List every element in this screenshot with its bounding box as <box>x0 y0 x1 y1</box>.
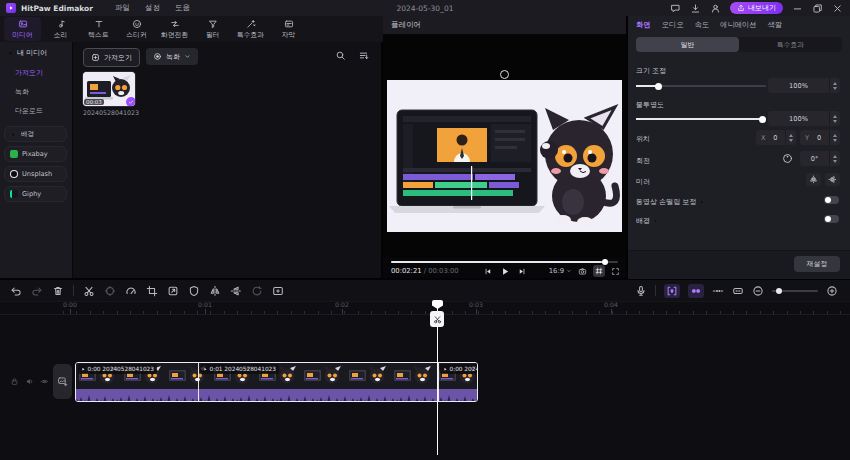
scissors-icon <box>433 315 442 324</box>
rotation-stepper[interactable] <box>829 151 840 166</box>
minimize-button[interactable] <box>792 3 803 14</box>
sidebar-item-unsplash[interactable]: Unsplash <box>4 166 67 182</box>
undo-icon[interactable] <box>10 285 22 297</box>
download-icon[interactable] <box>690 3 701 14</box>
opacity-stepper[interactable] <box>829 111 840 126</box>
search-icon[interactable] <box>335 50 346 61</box>
hide-track-icon[interactable] <box>40 377 49 386</box>
playback-progress-bar[interactable] <box>391 261 618 263</box>
tab-color[interactable]: 색깔 <box>768 20 783 30</box>
record-button[interactable]: 녹화 <box>146 48 198 65</box>
sidebar-item-pixabay[interactable]: Pixabay <box>4 146 67 162</box>
position-x-stepper[interactable] <box>785 130 796 145</box>
reverse-icon[interactable] <box>251 285 263 297</box>
marker-icon[interactable] <box>732 285 744 297</box>
feedback-icon[interactable] <box>670 3 681 14</box>
rotation-value-field[interactable]: 0° <box>800 151 840 166</box>
restore-button[interactable] <box>812 3 823 14</box>
video-clip[interactable]: 0:00 20240528041023 0:01 20240528041023 … <box>75 362 478 402</box>
sidebar-item-download[interactable]: 다운로드 <box>15 106 43 116</box>
zoom-in-icon[interactable] <box>826 285 838 297</box>
scale-stepper[interactable] <box>829 78 840 93</box>
tab-subtitle[interactable]: 자막 <box>270 17 307 41</box>
tab-filter[interactable]: 필터 <box>194 17 231 41</box>
mirror-vertical-icon[interactable] <box>230 285 242 297</box>
lock-track-icon[interactable] <box>10 377 19 386</box>
next-frame-button[interactable] <box>517 267 526 276</box>
reset-button[interactable]: 재설정 <box>794 256 840 272</box>
position-x-field[interactable]: X0 <box>756 130 796 145</box>
mirror-label: 미러 <box>636 177 650 187</box>
rotate-handle[interactable] <box>500 70 509 79</box>
delete-icon[interactable] <box>52 285 64 297</box>
split-icon[interactable] <box>83 285 95 297</box>
previous-frame-button[interactable] <box>483 267 492 276</box>
media-item-thumbnail[interactable]: 00:03 <box>83 72 135 106</box>
auto-ripple-icon[interactable] <box>664 284 680 298</box>
mask-icon[interactable] <box>188 285 200 297</box>
flip-horizontal-button[interactable] <box>806 173 821 186</box>
tab-audio[interactable]: 소리 <box>42 17 79 41</box>
zoom-out-icon[interactable] <box>752 285 764 297</box>
menu-settings[interactable]: 설정 <box>145 3 160 13</box>
snapping-icon[interactable] <box>688 284 704 298</box>
tab-speed[interactable]: 속도 <box>694 20 709 30</box>
snapshot-icon[interactable] <box>578 267 587 276</box>
timeline-zoom-slider[interactable] <box>772 290 818 292</box>
import-button[interactable]: 가져오기 <box>83 48 140 67</box>
video-frame[interactable] <box>387 80 622 232</box>
timeline-toolbar <box>0 280 850 302</box>
tab-text[interactable]: 텍스트 <box>80 17 117 41</box>
menu-help[interactable]: 도움 <box>175 3 190 13</box>
aspect-ratio-dropdown[interactable]: 16:9 <box>549 267 572 275</box>
user-account-icon[interactable] <box>710 3 721 14</box>
subtab-general[interactable]: 일반 <box>636 37 739 52</box>
rotation-dial-icon[interactable] <box>782 153 793 164</box>
reframe-icon[interactable] <box>167 285 179 297</box>
sidebar-item-import[interactable]: 가져오기 <box>15 68 43 78</box>
subtab-special-effects[interactable]: 특수효과 <box>739 37 842 52</box>
flip-vertical-button[interactable] <box>825 173 840 186</box>
tab-media[interactable]: 미디어 <box>4 17 41 41</box>
sort-list-icon[interactable] <box>358 50 369 61</box>
split-at-playhead-button[interactable] <box>430 311 444 327</box>
freeze-frame-icon[interactable] <box>272 285 284 297</box>
sidebar-item-record[interactable]: 녹화 <box>15 87 29 97</box>
tab-animation[interactable]: 애니메이션 <box>720 20 756 30</box>
opacity-value-field[interactable]: 100% <box>768 111 840 126</box>
scale-slider[interactable] <box>636 85 766 87</box>
sidebar-item-giphy[interactable]: Giphy <box>4 186 67 202</box>
menu-file[interactable]: 파일 <box>115 3 130 13</box>
redo-icon[interactable] <box>31 285 43 297</box>
speed-icon[interactable] <box>125 285 137 297</box>
scale-slider-knob[interactable] <box>655 83 662 90</box>
crop-icon[interactable] <box>146 285 158 297</box>
reposition-icon[interactable] <box>104 285 116 297</box>
tab-sticker[interactable]: 스티커 <box>118 17 155 41</box>
stabilization-toggle[interactable] <box>824 196 839 204</box>
zoom-slider-knob[interactable] <box>776 288 782 294</box>
add-media-to-track-button[interactable] <box>53 364 72 399</box>
position-y-stepper[interactable] <box>829 130 840 145</box>
tab-audio-props[interactable]: 오디오 <box>662 20 684 30</box>
voiceover-mic-icon[interactable] <box>635 285 647 297</box>
fullscreen-icon[interactable] <box>611 267 620 276</box>
timeline-ruler[interactable]: 0:00 0:01 0:02 0:03 0:04 <box>0 301 850 315</box>
position-y-field[interactable]: Y0 <box>800 130 840 145</box>
link-clips-icon[interactable] <box>712 285 724 297</box>
mirror-horizontal-icon[interactable] <box>209 285 221 297</box>
scale-value-field[interactable]: 100% <box>768 78 840 93</box>
play-button[interactable] <box>499 266 510 277</box>
background-toggle[interactable] <box>824 215 839 223</box>
opacity-slider[interactable] <box>636 118 766 120</box>
sidebar-group-my-media[interactable]: 내 미디어 <box>7 48 47 58</box>
tab-video[interactable]: 화면 <box>636 20 651 30</box>
export-button[interactable]: 내보내기 <box>730 2 783 14</box>
tab-transition[interactable]: 화면전환 <box>156 17 193 41</box>
grid-overlay-icon[interactable] <box>593 265 605 277</box>
mute-track-icon[interactable] <box>25 377 34 386</box>
tab-effects[interactable]: 특수효과 <box>232 17 269 41</box>
sidebar-group-background[interactable]: 배경 <box>4 126 67 142</box>
opacity-slider-knob[interactable] <box>759 116 766 123</box>
close-button[interactable] <box>832 3 843 14</box>
